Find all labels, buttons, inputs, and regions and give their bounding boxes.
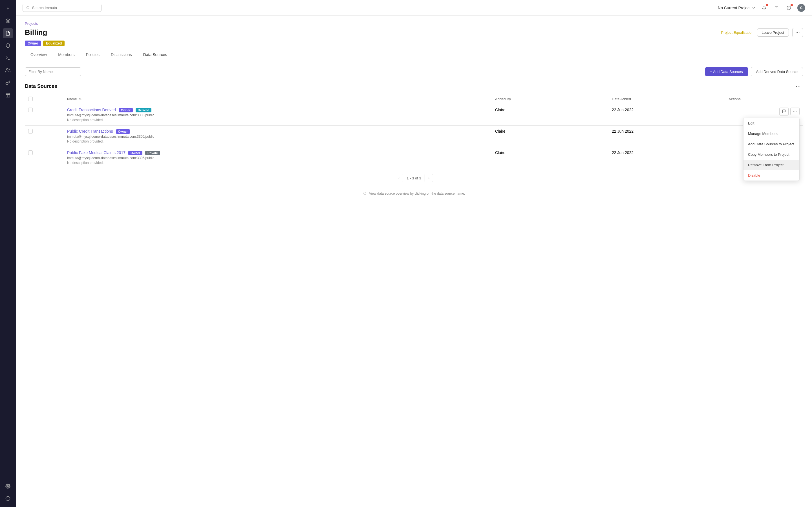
terminal-icon[interactable] xyxy=(3,53,13,63)
topbar: No Current Project C xyxy=(16,0,812,16)
svg-line-11 xyxy=(29,8,29,9)
svg-rect-3 xyxy=(6,93,10,97)
ds-table: Name ⇅ Added By Date Added Actions xyxy=(25,94,803,168)
project-header: Projects Billing Project Equalization Le… xyxy=(16,16,812,60)
svg-point-2 xyxy=(6,68,8,70)
search-input[interactable] xyxy=(32,6,98,10)
row3-name-link[interactable]: Public Fake Medical Claims 2017 xyxy=(67,151,125,155)
row3-desc: No description provided. xyxy=(67,161,488,165)
search-box[interactable] xyxy=(22,4,101,12)
alert-icon[interactable] xyxy=(785,4,793,12)
row1-date: 22 Jun 2022 xyxy=(608,104,725,126)
row3-owner-badge: Owner xyxy=(128,151,142,155)
row1-owner-badge: Owner xyxy=(119,108,133,112)
row1-action-btns: ⋯ Edit Manage Members Add Data Sources t… xyxy=(728,108,800,115)
notification-dot xyxy=(766,4,768,6)
filter-input[interactable] xyxy=(25,67,81,76)
add-data-sources-button[interactable]: + Add Data Sources xyxy=(705,67,748,76)
alert-dot xyxy=(791,4,793,6)
leave-project-button[interactable]: Leave Project xyxy=(757,29,789,37)
content-area: Projects Billing Project Equalization Le… xyxy=(16,16,812,507)
row2-desc: No description provided. xyxy=(67,139,488,144)
row3-checkbox[interactable] xyxy=(28,151,33,155)
lightbulb-icon xyxy=(363,191,367,195)
table-row: Public Fake Medical Claims 2017 Owner Pr… xyxy=(25,147,803,168)
row2-name-link[interactable]: Public Credit Transactions xyxy=(67,129,113,133)
footer-hint-text: View data source overview by clicking on… xyxy=(369,191,465,195)
tab-policies[interactable]: Policies xyxy=(80,50,105,60)
row2-name-cell: Public Credit Transactions Owner immuta@… xyxy=(64,126,492,147)
row3-url: immuta@mysql.demo-databases.immuta.com:3… xyxy=(67,156,488,160)
tab-overview[interactable]: Overview xyxy=(25,50,52,60)
row1-checkbox[interactable] xyxy=(28,108,33,112)
data-sources-section: + Add Data Sources Add Derived Data Sour… xyxy=(16,60,812,206)
dropdown-edit[interactable]: Edit xyxy=(744,118,799,128)
row2-url: immuta@mysql.demo-databases.immuta.com:3… xyxy=(67,135,488,138)
notification-bell[interactable] xyxy=(760,4,768,12)
tab-members[interactable]: Members xyxy=(52,50,80,60)
filter-icon[interactable] xyxy=(772,4,780,12)
topbar-right: No Current Project C xyxy=(718,4,805,12)
table-row: Public Credit Transactions Owner immuta@… xyxy=(25,126,803,147)
dropdown-manage-members[interactable]: Manage Members xyxy=(744,128,799,139)
th-date-added: Date Added xyxy=(608,94,725,104)
reports-icon[interactable] xyxy=(3,90,13,100)
row2-date: 22 Jun 2022 xyxy=(608,126,725,147)
row3-private-badge: Private xyxy=(145,151,160,155)
svg-point-6 xyxy=(7,486,9,487)
row1-desc: No description provided. xyxy=(67,118,488,122)
users-icon[interactable] xyxy=(3,65,13,75)
row1-derived-badge: Derived xyxy=(136,108,151,112)
row1-dropdown-menu: Edit Manage Members Add Data Sources to … xyxy=(743,118,800,181)
breadcrumb[interactable]: Projects xyxy=(25,21,803,25)
plus-icon[interactable]: + xyxy=(3,3,13,13)
ds-section-more-button[interactable]: ⋯ xyxy=(794,82,803,91)
project-selector-label: No Current Project xyxy=(718,6,751,10)
tab-data-sources[interactable]: Data Sources xyxy=(138,50,173,60)
table-row: Credit Transactions Derived Owner Derive… xyxy=(25,104,803,126)
tab-discussions[interactable]: Discussions xyxy=(105,50,138,60)
row1-more-button[interactable]: ⋯ xyxy=(790,108,800,115)
row2-checkbox-cell xyxy=(25,126,64,147)
ds-section-title: Data Sources xyxy=(25,83,57,89)
search-icon xyxy=(26,6,30,10)
row3-added-by: Claire xyxy=(492,147,608,168)
dropdown-disable[interactable]: Disable xyxy=(744,170,799,180)
ds-buttons: + Add Data Sources Add Derived Data Sour… xyxy=(705,67,803,76)
project-selector[interactable]: No Current Project xyxy=(718,6,756,10)
dropdown-add-ds-to-project[interactable]: Add Data Sources to Project xyxy=(744,139,799,149)
project-title: Billing xyxy=(25,28,47,37)
chevron-down-icon xyxy=(752,6,756,10)
help-icon[interactable] xyxy=(3,494,13,504)
file-icon[interactable] xyxy=(3,28,13,38)
next-page-button[interactable]: › xyxy=(424,174,433,182)
row1-name-link[interactable]: Credit Transactions Derived xyxy=(67,108,116,112)
avatar[interactable]: C xyxy=(797,4,805,12)
ds-header-row: Data Sources ⋯ xyxy=(25,82,803,91)
row1-url: immuta@mysql.demo-databases.immuta.com:3… xyxy=(67,113,488,117)
row3-date: 22 Jun 2022 xyxy=(608,147,725,168)
th-added-by: Added By xyxy=(492,94,608,104)
add-derived-data-source-button[interactable]: Add Derived Data Source xyxy=(751,67,803,76)
settings-icon[interactable] xyxy=(3,481,13,491)
row1-chat-button[interactable] xyxy=(779,108,789,115)
sort-icon: ⇅ xyxy=(79,98,82,101)
row2-checkbox[interactable] xyxy=(28,129,33,133)
badge-row: Owner Equalized xyxy=(25,41,803,46)
project-title-row: Billing Project Equalization Leave Proje… xyxy=(25,28,803,37)
select-all-checkbox[interactable] xyxy=(28,97,33,101)
page-info: 1 - 3 of 3 xyxy=(407,176,421,180)
dropdown-remove-from-project[interactable]: Remove From Project xyxy=(744,160,799,170)
dropdown-copy-members[interactable]: Copy Members to Project xyxy=(744,149,799,160)
prev-page-button[interactable]: ‹ xyxy=(395,174,403,182)
row2-added-by: Claire xyxy=(492,126,608,147)
shield-icon[interactable] xyxy=(3,41,13,51)
th-checkbox xyxy=(25,94,64,104)
key-icon[interactable] xyxy=(3,78,13,88)
th-actions: Actions xyxy=(725,94,803,104)
project-equalization-link[interactable]: Project Equalization xyxy=(721,31,754,35)
tabs: Overview Members Policies Discussions Da… xyxy=(25,50,803,60)
project-more-button[interactable]: ⋯ xyxy=(792,28,803,37)
equalized-badge: Equalized xyxy=(43,41,64,46)
layers-icon[interactable] xyxy=(3,16,13,26)
